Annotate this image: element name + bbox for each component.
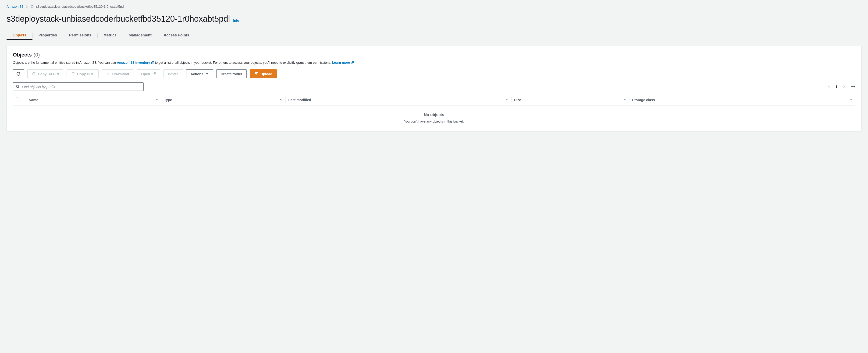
copy-s3-uri-label: Copy S3 URI [38,72,59,76]
settings-button[interactable] [851,84,855,89]
upload-button[interactable]: Upload [250,69,277,78]
delete-label: Delete [168,72,179,76]
svg-point-3 [17,85,19,88]
create-folder-button[interactable]: Create folder [216,69,247,78]
col-storage-class[interactable]: Storage class [629,94,855,105]
breadcrumb: Amazon S3 s3deploystack-unbiasedcoderbuc… [6,5,862,8]
upload-label: Upload [260,72,272,76]
refresh-button[interactable] [13,69,24,78]
search-icon [16,85,20,89]
learn-more-link[interactable]: Learn more [332,61,354,64]
col-size[interactable]: Size [511,94,629,105]
empty-subtitle: You don't have any objects in this bucke… [13,120,855,123]
open-label: Open [141,72,150,76]
breadcrumb-root-link[interactable]: Amazon S3 [6,5,23,8]
copy-icon [32,72,35,76]
col-label: Storage class [632,98,655,102]
copy-icon [71,72,75,76]
download-icon [106,72,110,76]
actions-label: Actions [191,72,204,76]
tab-access-points[interactable]: Access Points [158,31,195,40]
col-type[interactable]: Type [161,94,285,105]
sort-icon [280,98,283,102]
tab-permissions[interactable]: Permissions [63,31,97,40]
upload-icon [254,72,258,76]
col-label: Size [514,98,521,102]
panel-description: Objects are the fundamental entities sto… [13,60,855,65]
panel-count: (0) [34,52,40,58]
copy-icon[interactable] [30,5,34,8]
tabs: ObjectsPropertiesPermissionsMetricsManag… [6,31,862,40]
toolbar: Copy S3 URI Copy URL Download Open Delet… [13,69,855,78]
sort-icon [506,98,508,102]
panel-title: Objects [13,52,32,58]
chevron-right-icon [842,85,846,88]
actions-button[interactable]: Actions [186,69,213,78]
copy-url-label: Copy URL [77,72,94,76]
open-button[interactable]: Open [137,69,160,78]
page-title: s3deploystack-unbiasedcoderbucketfbd3512… [6,14,230,24]
download-button[interactable]: Download [102,69,134,78]
external-link-icon [351,61,354,64]
col-label: Type [164,98,172,102]
tab-properties[interactable]: Properties [32,31,63,40]
create-folder-label: Create folder [221,72,243,76]
external-link-icon [151,61,154,64]
delete-button[interactable]: Delete [163,69,183,78]
panel-desc-mid: to get a list of all objects in your buc… [155,61,332,64]
pagination: 1 [826,84,855,90]
tab-objects[interactable]: Objects [6,31,32,40]
svg-rect-2 [72,73,74,75]
empty-title: No objects [13,113,855,117]
sort-asc-icon [156,98,158,102]
breadcrumb-current: s3deploystack-unbiasedcoderbucketfbd3512… [36,5,124,8]
col-label: Last modified [288,98,311,102]
caret-down-icon [206,72,209,75]
refresh-icon [17,72,21,76]
page-next-button[interactable] [842,84,847,90]
col-last-modified[interactable]: Last modified [285,94,511,105]
svg-rect-1 [33,73,35,75]
sort-icon [849,98,852,102]
page-number: 1 [836,85,837,89]
tab-metrics[interactable]: Metrics [97,31,123,40]
copy-url-button[interactable]: Copy URL [67,69,99,78]
gear-icon [851,84,855,89]
chevron-left-icon [827,85,830,88]
objects-panel: Objects (0) Objects are the fundamental … [6,46,862,131]
external-link-icon [153,72,156,75]
info-link[interactable]: Info [233,19,239,23]
select-all-checkbox[interactable] [16,98,20,101]
svg-point-4 [852,86,854,87]
empty-state: No objects You don't have any objects in… [13,105,855,131]
col-name[interactable]: Name [26,94,161,105]
col-label: Name [29,98,38,102]
download-label: Download [112,72,129,76]
tab-management[interactable]: Management [123,31,158,40]
search-input[interactable] [22,85,141,89]
chevron-right-icon [26,5,28,8]
panel-desc-pre: Objects are the fundamental entities sto… [13,61,117,64]
objects-table: NameTypeLast modifiedSizeStorage class [13,94,855,105]
search-input-wrapper[interactable] [13,83,144,91]
page-prev-button[interactable] [826,84,831,90]
svg-rect-0 [31,6,33,8]
copy-s3-uri-button[interactable]: Copy S3 URI [27,69,63,78]
inventory-link[interactable]: Amazon S3 inventory [117,61,154,64]
sort-icon [624,98,626,102]
